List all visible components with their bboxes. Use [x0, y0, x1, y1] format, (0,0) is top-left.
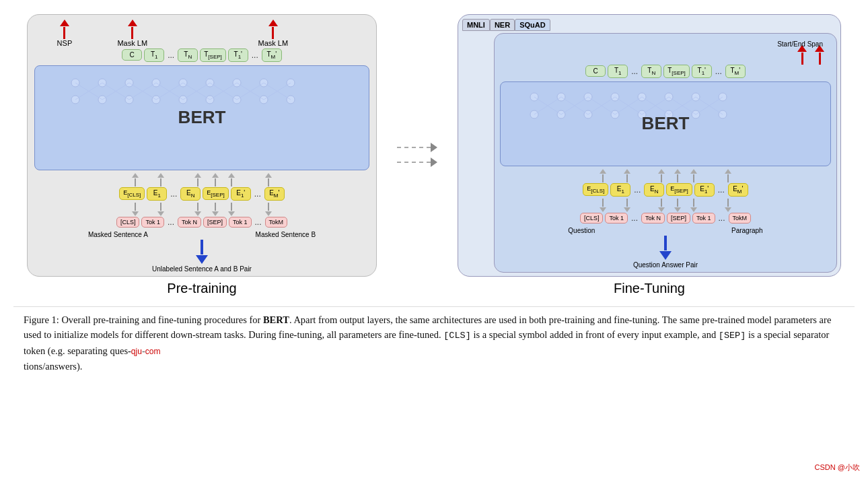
- ft-emb-cls: E[CLS]: [583, 183, 608, 196]
- dn-cls: [132, 203, 139, 216]
- start-end-label: Start/End Span: [777, 40, 823, 48]
- out-token-T1: T1: [144, 48, 164, 62]
- emb-cls: E[CLS]: [119, 187, 145, 200]
- ft-dn-em: [725, 199, 731, 212]
- pretraining-bert-label: BERT: [178, 107, 226, 128]
- tab-mnli[interactable]: MNLI: [462, 19, 490, 31]
- caption-area: Figure 1: Overall pre-training and fine-…: [13, 306, 855, 374]
- watermark-inline2: com: [145, 347, 161, 356]
- unlabeled-group: Unlabeled Sentence A and B Pair: [152, 240, 252, 273]
- ft-out-C: C: [585, 65, 606, 77]
- pre-down-arrows: [34, 203, 369, 216]
- ft-emb-sep: E[SEP]: [666, 183, 692, 196]
- ft-connector-arrows: [500, 169, 831, 182]
- ft-inp-cls: [CLS]: [580, 213, 604, 224]
- inp-cls: [CLS]: [116, 217, 140, 228]
- ft-ellipsis5: ...: [630, 213, 639, 223]
- dot-line1: [397, 147, 431, 148]
- emb-en: EN: [180, 187, 201, 201]
- nsp-arrow: [60, 20, 69, 39]
- tab-ner[interactable]: NER: [490, 19, 515, 31]
- mask-lm1-group: Mask LM: [117, 20, 147, 47]
- caption-sep: [SEP]: [719, 331, 746, 341]
- arrow-em: [265, 173, 272, 186]
- mask-lm1-label: Mask LM: [117, 39, 147, 47]
- ft-qa-group: Question Answer Pair: [633, 236, 698, 269]
- finetuning-column: MNLI NER SQuAD Start/End Span: [458, 14, 841, 296]
- ft-emb-en: EN: [644, 183, 664, 197]
- dotted-row1: [397, 143, 437, 152]
- pretraining-output-tokens: C T1 ... TN T[SEP] T1' ... TM': [34, 48, 369, 62]
- main-container: NSP Mask LM: [0, 0, 868, 478]
- arrow-cls: [132, 173, 139, 186]
- emb-e1p: E1': [231, 187, 251, 201]
- ft-embed-tokens: E[CLS] E1 ... EN E[SEP] E1' ... EM': [500, 183, 831, 197]
- caption-bert-bold: BERT: [263, 314, 289, 325]
- dn-sep: [212, 203, 219, 216]
- out-token-T1p: T1': [228, 48, 248, 62]
- ft-ellipsis2: ...: [714, 67, 723, 76]
- dotted-lines: [397, 143, 437, 167]
- ft-arrow-e1p: [690, 169, 697, 182]
- tab-squad[interactable]: SQuAD: [515, 19, 550, 31]
- masked-b-label: Masked Sentence B: [256, 231, 316, 238]
- ft-out-TN: TN: [641, 65, 661, 78]
- inp-sep: [SEP]: [203, 217, 227, 228]
- finetuning-title: Fine-Tuning: [614, 281, 685, 296]
- ellipsis3: ...: [169, 189, 178, 199]
- ft-ellipsis3: ...: [632, 185, 642, 195]
- pretraining-top-labels: NSP Mask LM: [34, 20, 369, 47]
- arrow-connector: [390, 143, 444, 167]
- dot-line2: [397, 162, 431, 163]
- ft-qa-label: Question Answer Pair: [633, 261, 698, 269]
- ft-dn-e1: [624, 199, 630, 212]
- ft-down-arrows: [500, 199, 831, 212]
- ft-ellipsis4: ...: [717, 185, 726, 195]
- pre-bottom-labels: Masked Sentence A Masked Sentence B: [34, 231, 369, 238]
- ft-arrow-cls: [600, 169, 606, 182]
- ft-arrow-e1: [624, 169, 630, 182]
- ft-out-TM: TM': [725, 65, 746, 78]
- arrow-en: [194, 173, 201, 186]
- watermark-inline: qju: [131, 347, 142, 356]
- nsp-label: NSP: [57, 39, 73, 47]
- ft-emb-e1: E1: [610, 183, 630, 197]
- dn-e1: [157, 203, 164, 216]
- ft-inp-tok1b: Tok 1: [692, 213, 715, 224]
- finetuning-inner-box: Start/End Span: [494, 33, 837, 273]
- ft-arrow-sep: [674, 169, 681, 182]
- caption-cls: [CLS]: [443, 331, 471, 341]
- out-token-C: C: [122, 49, 142, 61]
- mask-arrow-2: [268, 20, 278, 39]
- ft-top-area: Start/End Span: [500, 39, 831, 65]
- ft-dn-en: [658, 199, 665, 212]
- arrow-head1: [431, 143, 437, 152]
- ft-ellipsis1: ...: [630, 67, 639, 76]
- watermark: CSDN @小吹: [815, 463, 860, 473]
- arrow-sep: [212, 173, 219, 186]
- finetuning-tabs: MNLI NER SQuAD: [462, 19, 550, 31]
- ft-dn-cls: [600, 199, 606, 212]
- emb-e1: E1: [147, 187, 167, 201]
- finetuning-bert: BERT: [500, 81, 831, 166]
- pretraining-bert: BERT: [34, 65, 369, 170]
- finetuning-bert-label: BERT: [642, 113, 690, 134]
- pretraining-box: NSP Mask LM: [27, 14, 377, 277]
- ellipsis4: ...: [253, 189, 262, 199]
- ft-inp-tokn: Tok N: [641, 213, 665, 224]
- unlabeled-label: Unlabeled Sentence A and B Pair: [152, 265, 252, 273]
- pre-connector-arrows: [34, 173, 369, 186]
- caption-text1: Overall pre-training and fine-tuning pro…: [59, 314, 263, 325]
- ft-arrow-en: [658, 169, 665, 182]
- out-token-TN: TN: [178, 48, 198, 62]
- ellipsis6: ...: [254, 217, 263, 227]
- mask-arrow-1: [128, 20, 137, 39]
- nsp-label-group: NSP: [57, 20, 73, 47]
- caption-figure-num: Figure 1:: [24, 314, 59, 325]
- mask-lm2-group: Mask LM: [258, 20, 289, 47]
- ft-red-arrow2: [815, 45, 824, 65]
- emb-sep: E[SEP]: [203, 187, 228, 200]
- out-token-TSEP: T[SEP]: [200, 48, 226, 62]
- inp-tok1: Tok 1: [141, 217, 164, 228]
- ellipsis1: ...: [166, 50, 176, 60]
